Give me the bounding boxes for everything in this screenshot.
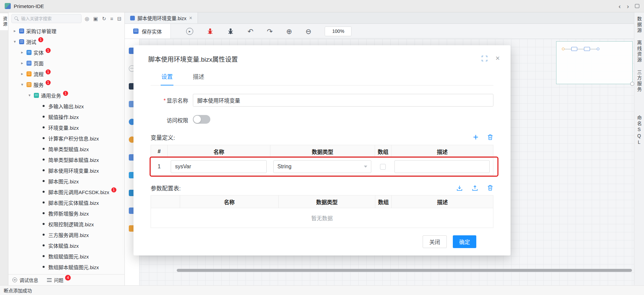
redo-icon[interactable]: ↷ (267, 28, 273, 35)
chevron-right-icon[interactable]: ▸ (12, 28, 17, 33)
breakpoint-red-icon[interactable] (207, 28, 214, 35)
chevron-down-icon[interactable]: ▾ (20, 82, 24, 87)
params-section-label: 参数配置表: (151, 184, 181, 192)
file-bullet-icon (43, 148, 45, 150)
debug-info-label: 调试信息 (19, 277, 38, 283)
chevron-down-icon[interactable]: ▾ (27, 93, 32, 98)
tree-item-label: 实体赋值.bizx (48, 242, 79, 249)
add-variable-icon[interactable]: + (473, 133, 478, 142)
file-bullet-icon (43, 201, 45, 203)
tree-item-label: 权限控制逻辑流.bizx (48, 221, 94, 228)
tree-item[interactable]: ▸采购订单管理 (8, 25, 124, 36)
back-icon[interactable]: ‹ (619, 3, 621, 9)
tree-item[interactable]: 计算客户积分信息.bizx (8, 133, 124, 143)
search-input[interactable] (21, 16, 78, 21)
app-title: Primeton-IDE (14, 3, 44, 9)
tree-item[interactable]: 脚本图元调用AFCSDK.bizx1 (8, 186, 124, 197)
variable-name-input[interactable] (171, 160, 267, 173)
tree-item[interactable]: 脚本使用环境变量.bizx (8, 165, 124, 176)
tree-item[interactable]: 赋值操作.bizx (8, 111, 124, 122)
refresh-icon[interactable]: ↻ (102, 16, 106, 21)
forward-icon[interactable]: › (627, 3, 629, 9)
undo-icon[interactable]: ↶ (248, 28, 254, 35)
minimap[interactable] (556, 41, 633, 84)
description-input[interactable] (394, 160, 490, 173)
close-button[interactable]: 关闭 (423, 235, 447, 248)
file-bullet-icon (43, 223, 45, 225)
row-index: 1 (151, 158, 167, 175)
tree-item[interactable]: 环境变量.bizx (8, 122, 124, 133)
tree-item[interactable]: 权限控制逻辑流.bizx (8, 219, 124, 229)
tree-item[interactable]: ▾通用业务1 (8, 90, 124, 101)
fullscreen-icon[interactable] (482, 56, 487, 61)
close-icon[interactable]: × (495, 55, 500, 62)
minimap-zoom-handle[interactable] (630, 82, 634, 86)
problems-tab[interactable]: 问题 4 (47, 277, 71, 283)
tree-item[interactable]: ▸流程1 (8, 68, 124, 79)
array-checkbox[interactable] (380, 164, 386, 170)
flow-icon (26, 71, 32, 76)
chevron-right-icon[interactable]: ▸ (20, 71, 24, 76)
tab-settings[interactable]: 设置 (161, 70, 173, 85)
tree-item[interactable]: ▾测试1 (8, 36, 124, 47)
chevron-right-icon[interactable]: ▸ (20, 61, 24, 65)
flow-end-icon (597, 48, 599, 50)
tree-item[interactable]: 多输入输出.bizx (8, 101, 124, 111)
tree-item[interactable]: ▸页面 (8, 58, 124, 68)
column-header: 数据类型 (270, 145, 375, 158)
tree-item[interactable]: ▾服务1 (8, 79, 124, 90)
resource-tree: ▸采购订单管理▾测试1▸实体1▸页面▸流程1▾服务1▾通用业务1多输入输出.bi… (8, 24, 124, 274)
access-toggle[interactable] (193, 115, 210, 124)
zoom-out-icon[interactable]: ⊖ (306, 28, 312, 35)
delete-variable-icon[interactable] (487, 134, 493, 140)
export-icon[interactable] (472, 185, 478, 191)
tab-description[interactable]: 描述 (192, 70, 205, 85)
tree-item[interactable]: 简单类型脚本赋值.bizx (8, 154, 124, 165)
horizontal-scrollbar[interactable] (177, 269, 632, 272)
tree-item-label: 数组脚本赋值图元.bizx (48, 263, 99, 271)
delete-param-icon[interactable] (487, 185, 493, 191)
tree-item-label: 脚本图元.bizx (48, 178, 79, 185)
rail-tab-named-sql[interactable]: 命名SQL (636, 115, 643, 146)
collapse-all-icon[interactable]: ⊟ (117, 16, 121, 21)
tree-item[interactable]: 三方服务调用.bizx (8, 229, 124, 240)
locate-icon[interactable]: ◎ (85, 16, 89, 21)
required-asterisk: * (164, 98, 166, 104)
zoom-in-icon[interactable]: ⊕ (286, 28, 292, 35)
badge: 1 (46, 69, 51, 74)
display-name-input[interactable] (193, 94, 493, 107)
breakpoint-dark-icon[interactable] (227, 28, 234, 35)
tab-close-icon[interactable]: × (189, 15, 192, 21)
tree-item[interactable]: 实体赋值.bizx (8, 240, 124, 251)
tree-item-label: 通用业务 (41, 92, 61, 99)
rail-tab-resources[interactable]: 资源 (0, 13, 8, 30)
file-bullet-icon (43, 105, 45, 107)
zoom-level[interactable]: 100% (325, 26, 352, 36)
editor-tab[interactable]: 脚本使用环境变量.bizx × (125, 12, 198, 23)
rail-tab-offline-resources[interactable]: 离线资源 (636, 40, 643, 63)
tree-item[interactable]: 教师新增服务.bizx (8, 208, 124, 219)
chevron-down-icon[interactable]: ▾ (12, 39, 17, 44)
tree-item[interactable]: 简单类型赋值.bizx (8, 143, 124, 154)
tree-item[interactable]: 数组赋值图元.bizx (8, 251, 124, 261)
tree-item-label: 数组赋值图元.bizx (48, 253, 89, 260)
rail-tab-datasource[interactable]: 数据源 (636, 16, 643, 34)
tree-item[interactable]: 脚本图元.bizx (8, 176, 124, 186)
rail-tab-thirdparty-services[interactable]: 三方服务 (636, 70, 643, 93)
debug-info-tab[interactable]: 调试信息 (12, 277, 38, 283)
resource-sidebar: ◎ ▣ ↻ ≡ ⊟ ▸采购订单管理▾测试1▸实体1▸页面▸流程1▾服务1▾通用业… (8, 12, 125, 285)
layout-icon[interactable] (635, 4, 639, 8)
frame-icon[interactable]: ▣ (93, 16, 98, 21)
ok-button[interactable]: 确定 (453, 235, 476, 248)
debug-run-icon[interactable]: ▸ (186, 28, 193, 35)
save-entity-button[interactable]: 保存实体 (125, 24, 171, 39)
variable-row: 1 String (151, 158, 493, 175)
tree-item[interactable]: 数组脚本赋值图元.bizx (8, 261, 124, 272)
chevron-right-icon[interactable]: ▸ (20, 50, 24, 55)
import-icon[interactable] (456, 185, 463, 191)
tree-item[interactable]: ▸实体1 (8, 47, 124, 58)
expand-all-icon[interactable]: ≡ (110, 16, 113, 21)
tree-item-label: 赋值操作.bizx (48, 113, 79, 120)
data-type-select[interactable]: String (273, 160, 371, 173)
tree-item[interactable]: 脚本图元实体赋值.bizx (8, 197, 124, 208)
